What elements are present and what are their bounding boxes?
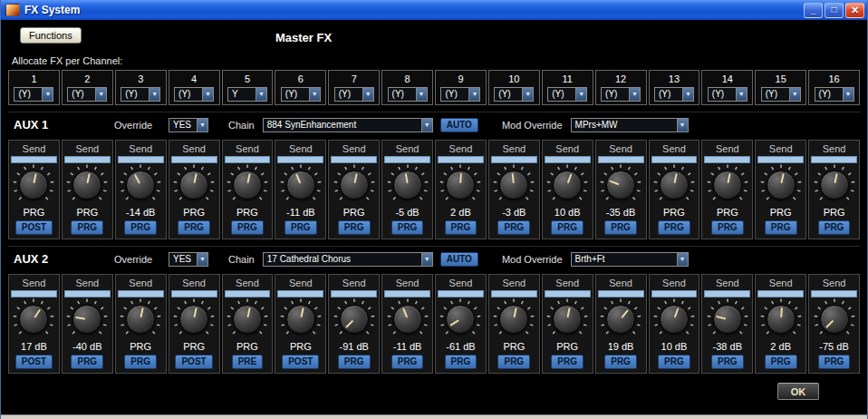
send-mode-badge[interactable]: PRG <box>551 220 583 235</box>
channel-allocate-select[interactable]: Y ▼ <box>227 87 267 102</box>
send-knob[interactable] <box>120 298 161 340</box>
send-knob[interactable] <box>13 164 54 206</box>
send-mode-badge[interactable]: PRG <box>497 355 530 369</box>
send-mode-badge[interactable]: PRG <box>178 220 210 235</box>
send-mode-badge[interactable]: POST <box>175 355 212 369</box>
send-knob[interactable] <box>707 298 748 340</box>
send-knob[interactable] <box>13 298 54 340</box>
send-mode-badge[interactable]: PRG <box>818 220 851 235</box>
channel-allocate-select[interactable]: (Y) ▼ <box>334 87 374 102</box>
aux1-mod-override-select[interactable]: MPrs+MW ▼ <box>571 118 689 132</box>
send-knob[interactable] <box>120 164 161 206</box>
send-knob[interactable] <box>66 164 108 206</box>
send-knob[interactable] <box>333 298 375 340</box>
send-knob[interactable] <box>493 298 535 340</box>
send-mode-badge[interactable]: PRG <box>338 220 371 235</box>
send-knob[interactable] <box>439 164 481 206</box>
send-knob[interactable] <box>707 164 748 206</box>
send-knob[interactable] <box>227 164 268 206</box>
send-mode-badge[interactable]: PRG <box>658 220 690 235</box>
channel-allocate-select[interactable]: (Y) ▼ <box>761 87 801 102</box>
send-mode-badge[interactable]: PRG <box>765 220 797 235</box>
aux2-chain-select[interactable]: 17 Cathedral Chorus ▼ <box>263 252 433 267</box>
channel-allocate-select[interactable]: (Y) ▼ <box>815 87 854 102</box>
channel-allocate-select[interactable]: (Y) ▼ <box>174 87 214 102</box>
maximize-button[interactable]: □ <box>825 3 844 18</box>
send-mode-badge[interactable]: PRG <box>71 355 103 369</box>
send-mode-badge[interactable]: PRG <box>124 220 157 235</box>
send-mode-badge[interactable]: PRG <box>231 220 264 235</box>
aux2-override-select[interactable]: YES ▼ <box>169 252 208 267</box>
aux1-label: AUX 1 <box>7 118 114 132</box>
send-mode-badge[interactable]: PRG <box>71 220 103 235</box>
channel-allocate-select[interactable]: (Y) ▼ <box>388 87 428 102</box>
send-mode-badge[interactable]: PRG <box>604 220 637 235</box>
send-knob[interactable] <box>493 164 535 206</box>
aux1-chain-select[interactable]: 884 SynEnhancement ▼ <box>263 118 433 132</box>
channel-allocate-select[interactable]: (Y) ▼ <box>281 87 321 102</box>
close-button[interactable]: ✕ <box>845 3 864 18</box>
ok-button[interactable]: OK <box>777 383 819 400</box>
channel-allocate-select[interactable]: (Y) ▼ <box>14 87 53 102</box>
title-bar[interactable]: FX System _ □ ✕ <box>1 0 867 20</box>
send-mode-badge[interactable]: PRG <box>711 220 744 235</box>
send-knob[interactable] <box>227 298 268 340</box>
channel-allocate-select[interactable]: (Y) ▼ <box>547 87 587 102</box>
send-knob[interactable] <box>814 298 855 340</box>
send-knob[interactable] <box>546 164 588 206</box>
send-mode-badge[interactable]: POST <box>15 355 53 369</box>
send-knob[interactable] <box>439 298 481 340</box>
send-knob[interactable] <box>66 298 108 340</box>
functions-button[interactable]: Functions <box>20 27 82 44</box>
send-knob[interactable] <box>653 164 695 206</box>
send-mode-badge[interactable]: PRG <box>818 355 851 369</box>
send-knob[interactable] <box>173 298 215 340</box>
send-knob[interactable] <box>387 298 429 340</box>
send-mode-badge[interactable]: PRG <box>391 220 424 235</box>
send-knob[interactable] <box>760 298 802 340</box>
send-mode-badge[interactable]: PRG <box>445 220 477 235</box>
send-value: 17 dB <box>21 340 47 354</box>
send-mode-badge[interactable]: PRG <box>765 355 797 369</box>
send-mode-badge[interactable]: PRG <box>711 355 744 369</box>
channel-allocate-select[interactable]: (Y) ▼ <box>601 87 641 102</box>
send-knob[interactable] <box>653 298 695 340</box>
send-knob[interactable] <box>387 164 429 206</box>
aux2-mod-override-select[interactable]: Brth+Ft ▼ <box>571 252 689 267</box>
send-mode-badge[interactable]: PRG <box>604 355 637 369</box>
send-mode-badge[interactable]: PRG <box>445 355 477 369</box>
send-mode-badge[interactable]: PRG <box>497 220 530 235</box>
aux1-auto-button[interactable]: AUTO <box>440 118 478 132</box>
send-mode-badge[interactable]: POST <box>282 355 319 369</box>
send-knob[interactable] <box>600 298 641 340</box>
send-mode-badge[interactable]: PRG <box>658 355 690 369</box>
send-mode-badge[interactable]: PRG <box>551 355 583 369</box>
channel-allocate-select[interactable]: (Y) ▼ <box>654 87 694 102</box>
aux1-override-select[interactable]: YES ▼ <box>169 118 208 132</box>
send-mode-badge[interactable]: PRG <box>285 220 317 235</box>
send-knob[interactable] <box>333 164 375 206</box>
channel-allocate-select[interactable]: (Y) ▼ <box>440 87 480 102</box>
send-knob[interactable] <box>173 164 215 206</box>
send-mode-badge[interactable]: PRG <box>391 355 424 369</box>
aux2-auto-button[interactable]: AUTO <box>440 252 478 267</box>
minimize-button[interactable]: _ <box>804 3 823 18</box>
channel-allocate-select[interactable]: (Y) ▼ <box>708 87 747 102</box>
send-value: PRG <box>824 206 845 219</box>
channel-allocate-select[interactable]: (Y) ▼ <box>67 87 107 102</box>
channel-number: 3 <box>138 74 143 84</box>
send-value: -35 dB <box>606 206 635 219</box>
send-mode-badge[interactable]: PRE <box>232 355 264 369</box>
send-knob[interactable] <box>280 164 322 206</box>
send-mode-badge[interactable]: PRG <box>338 355 371 369</box>
send-knob[interactable] <box>760 164 802 206</box>
send-knob[interactable] <box>546 298 588 340</box>
send-mode-badge[interactable]: POST <box>15 220 53 235</box>
send-mode-badge[interactable]: PRG <box>124 355 157 369</box>
knob-body <box>233 171 262 200</box>
send-knob[interactable] <box>280 298 322 340</box>
channel-allocate-select[interactable]: (Y) ▼ <box>121 87 160 102</box>
channel-allocate-select[interactable]: (Y) ▼ <box>494 87 534 102</box>
send-knob[interactable] <box>814 164 855 206</box>
send-knob[interactable] <box>600 164 641 206</box>
